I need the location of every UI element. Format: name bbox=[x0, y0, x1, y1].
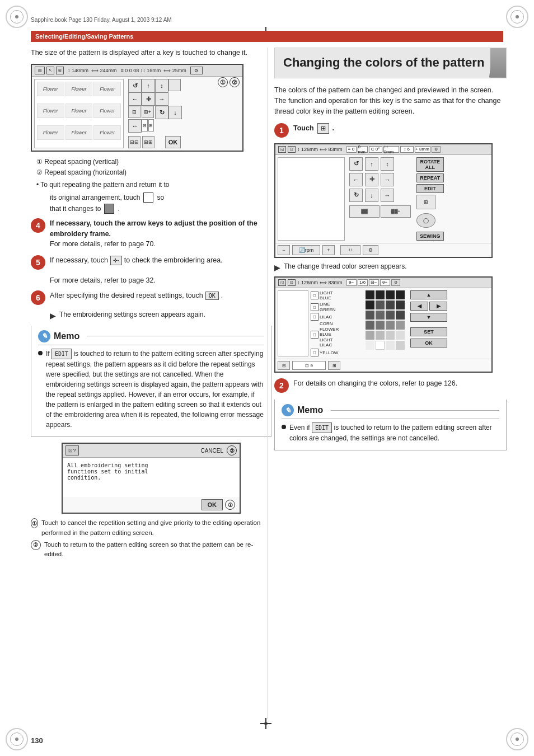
color-checkbox-1[interactable]: ◻ bbox=[311, 292, 318, 299]
rs2-right-btn[interactable]: ▶ bbox=[429, 302, 447, 311]
flower-6: Flower bbox=[93, 104, 121, 118]
swatch-f3[interactable] bbox=[386, 341, 395, 350]
swatch-b3[interactable] bbox=[386, 300, 395, 309]
rs2-down-btn[interactable]: ▼ bbox=[410, 313, 447, 322]
error-ok-btn[interactable]: OK bbox=[202, 499, 223, 510]
color-checkbox-3[interactable]: ◻ bbox=[311, 313, 318, 321]
ctrl-flip-h[interactable]: ↔ bbox=[128, 119, 142, 133]
step-5-text: If necessary, touch bbox=[50, 255, 108, 266]
swatch-f1[interactable] bbox=[366, 341, 374, 350]
step-6-period: . bbox=[221, 290, 223, 301]
rs1-ctrl-flip2[interactable]: ↔ bbox=[381, 189, 394, 202]
rs1-ctrl-down[interactable]: ↓ bbox=[365, 189, 378, 202]
color-swatch-grid bbox=[366, 290, 405, 350]
swatch-e4[interactable] bbox=[396, 331, 405, 340]
page-number: 130 bbox=[31, 736, 43, 745]
rs2-set-btn[interactable]: SET bbox=[410, 327, 447, 336]
ctrl-flip-v[interactable]: ↕ bbox=[155, 79, 168, 92]
swatch-d2[interactable] bbox=[376, 321, 385, 330]
swatch-c3[interactable] bbox=[386, 311, 395, 320]
swatch-d1[interactable] bbox=[366, 321, 374, 330]
ctrl-extra2[interactable]: ⊞⊞ bbox=[142, 136, 154, 148]
ctrl-rotate[interactable]: ↺ bbox=[128, 79, 142, 92]
rs1-repeat[interactable]: REPEAT bbox=[416, 173, 444, 182]
rs1-extra2[interactable]: ▓▓+ bbox=[381, 205, 411, 218]
color-checkbox-5[interactable]: ◻ bbox=[311, 349, 318, 356]
bullet-dot bbox=[38, 351, 43, 355]
rs1-ctrl-center[interactable]: ✛ bbox=[365, 173, 378, 186]
rs1-plus[interactable]: + bbox=[322, 245, 335, 255]
swatch-c2[interactable] bbox=[376, 311, 385, 320]
rs2-ok-btn[interactable]: OK bbox=[410, 339, 447, 348]
rs2-pattern-preview bbox=[278, 290, 308, 356]
swatch-black[interactable] bbox=[366, 290, 374, 299]
right-screen-1: ◱ ⊡ ↕ 126mm ⟺ 83mm ≡ 0 0 mm C 0° ↕↕ 0mm … bbox=[274, 143, 493, 258]
swatch-black3[interactable] bbox=[386, 290, 395, 299]
rs1-extra1[interactable]: ▓▓ bbox=[349, 205, 380, 218]
circle-1: ① bbox=[218, 77, 228, 87]
swatch-f4[interactable] bbox=[396, 341, 405, 350]
swatch-b2[interactable] bbox=[376, 300, 385, 309]
swatch-black4[interactable] bbox=[396, 290, 405, 299]
rscreen2-body: ◻ LIGHTBLUE ◻ LIMEGREEN ◻ LILAC ◻ CORNFL… bbox=[275, 288, 491, 359]
ctrl-move[interactable]: ✛ bbox=[142, 92, 155, 106]
rs1-bottom-row: − 🔄rpm + ↕↕ ⚙ bbox=[275, 243, 491, 257]
swatch-f2[interactable] bbox=[376, 341, 385, 350]
ctrl-ok-btn[interactable]: OK bbox=[165, 136, 181, 148]
rs2-extra1[interactable]: ⊟ bbox=[278, 361, 290, 370]
rs1-ctrl-right[interactable]: → bbox=[381, 173, 394, 186]
rs1-ctrl-left[interactable]: ← bbox=[349, 173, 363, 186]
swatch-e1[interactable] bbox=[366, 331, 374, 340]
rs1-minus[interactable]: − bbox=[278, 245, 290, 255]
ctrl-extra1[interactable]: ⊟⊟ bbox=[128, 136, 140, 148]
rs1-gear-btn[interactable]: ⚙ bbox=[363, 245, 378, 255]
swatch-e3[interactable] bbox=[386, 331, 395, 340]
label-quit: • To quit repeating the pattern and retu… bbox=[36, 180, 271, 190]
ctrl-up[interactable]: ↑ bbox=[142, 79, 155, 92]
rs2-size2: ⟺ 83mm bbox=[320, 280, 343, 285]
swatch-c1[interactable] bbox=[366, 311, 374, 320]
rs1-rpm[interactable]: 🔄rpm bbox=[292, 245, 320, 255]
rs2-extra2[interactable]: ⊞ bbox=[328, 361, 340, 370]
rs2-left-btn[interactable]: ◀ bbox=[410, 302, 428, 311]
rs1-sewing[interactable]: SEWING bbox=[416, 232, 444, 241]
error-icon: ⊡? bbox=[65, 445, 79, 456]
rs2-up-btn[interactable]: ▲ bbox=[410, 290, 447, 299]
swatch-d3[interactable] bbox=[386, 321, 395, 330]
flower-5: Flower bbox=[65, 104, 93, 118]
rs1-highlight-btn[interactable]: ⊞ bbox=[416, 195, 435, 209]
color-checkbox-4[interactable]: ◻ bbox=[311, 331, 318, 339]
swatch-black2[interactable] bbox=[376, 290, 385, 299]
ctrl-small-1[interactable]: ⊟ bbox=[128, 106, 140, 118]
swatch-d4[interactable] bbox=[396, 321, 405, 330]
rs1-edit[interactable]: EDIT bbox=[416, 184, 444, 193]
circle-numbers: ① ② bbox=[218, 77, 240, 87]
rs2-gear-icon: ⚙ bbox=[391, 279, 400, 286]
ctrl-down[interactable]: ↓ bbox=[168, 106, 182, 119]
rs1-ctrl-rot2[interactable]: ↻ bbox=[349, 189, 363, 202]
rs1-rotate-all[interactable]: ROTATEALL bbox=[416, 157, 444, 172]
ctrl-right[interactable]: → bbox=[155, 92, 168, 106]
label-quit2: its original arrangement, touch so bbox=[50, 192, 271, 203]
swatch-b1[interactable] bbox=[366, 300, 374, 309]
swatch-b4[interactable] bbox=[396, 300, 405, 309]
swatch-e2[interactable] bbox=[376, 331, 385, 340]
reg-mark-bottom bbox=[260, 718, 271, 729]
center-divider bbox=[267, 48, 268, 719]
num-list-item-2: ② Touch to return to the pattern editing… bbox=[31, 540, 271, 560]
rs1-ctrl-up[interactable]: ↑ bbox=[365, 157, 378, 171]
ctrl-rotate2[interactable]: ↻ bbox=[155, 106, 168, 119]
flower-4: Flower bbox=[37, 104, 64, 118]
ctrl-val1: ⊟ bbox=[142, 119, 148, 132]
rs1-ctrl-flip[interactable]: ↕ bbox=[381, 157, 394, 171]
ctrl-small-2[interactable]: ⊞+ bbox=[142, 106, 154, 118]
color-light-blue: ◻ LIGHTBLUE bbox=[311, 290, 361, 301]
left-intro: The size of the pattern is displayed aft… bbox=[31, 48, 271, 58]
swatch-c4[interactable] bbox=[396, 311, 405, 320]
ctrl-left[interactable]: ← bbox=[128, 92, 142, 106]
rs1-circle-btn[interactable]: ◯ bbox=[416, 213, 435, 228]
step-5-sub: For more details, refer to page 32. bbox=[50, 275, 271, 286]
rs1-ctrl-rotate[interactable]: ↺ bbox=[349, 157, 363, 171]
color-checkbox-2[interactable]: ◻ bbox=[311, 303, 318, 311]
step-4-row: 4 If necessary, touch the arrow keys to … bbox=[31, 218, 271, 250]
